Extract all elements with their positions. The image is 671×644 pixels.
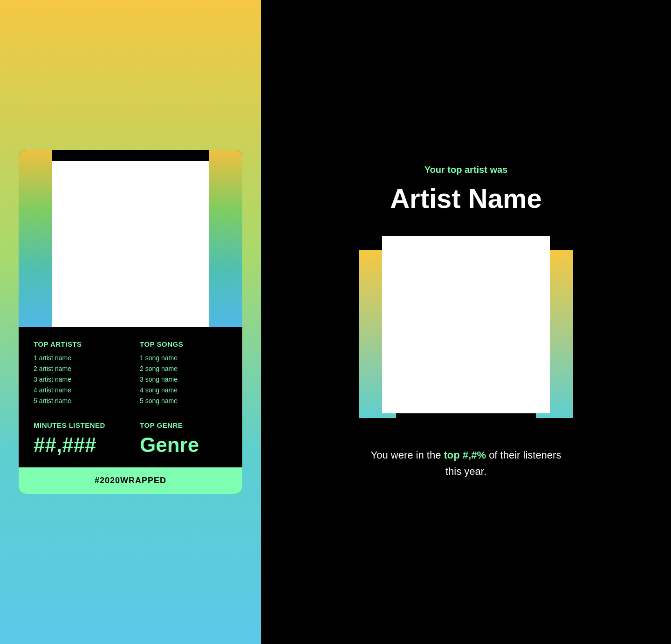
card-footer: #2020WRAPPED	[19, 467, 242, 494]
top-songs-col: TOP SONGS 1 song name 2 song name 3 song…	[140, 340, 227, 406]
right-artist-image	[382, 236, 550, 413]
listener-highlight: top #,#%	[444, 449, 486, 461]
minutes-value: ##,###	[34, 434, 121, 456]
song-item-1: 1 song name	[140, 353, 227, 363]
right-color-strip	[209, 150, 242, 327]
card-image-area	[19, 150, 242, 327]
listener-before: You were in the	[371, 449, 444, 461]
left-panel: TOP ARTISTS 1 artist name 2 artist name …	[0, 0, 261, 644]
song-item-2: 2 song name	[140, 363, 227, 374]
artist-item-2: 2 artist name	[34, 363, 121, 374]
top-artists-col: TOP ARTISTS 1 artist name 2 artist name …	[34, 340, 121, 406]
top-songs-title: TOP SONGS	[140, 340, 227, 348]
card-columns: TOP ARTISTS 1 artist name 2 artist name …	[34, 340, 227, 406]
song-item-3: 3 song name	[140, 374, 227, 385]
artist-item-3: 3 artist name	[34, 374, 121, 385]
song-item-4: 4 song name	[140, 385, 227, 396]
artist-item-4: 4 artist name	[34, 385, 121, 396]
right-panel: Your top artist was Artist Name You were…	[261, 0, 671, 644]
song-item-5: 5 song name	[140, 396, 227, 406]
minutes-label: MINUTES LISTENED	[34, 421, 121, 429]
right-image-area	[373, 236, 559, 423]
listener-text: You were in the top #,#% of their listen…	[371, 447, 561, 480]
card-content: TOP ARTISTS 1 artist name 2 artist name …	[19, 327, 242, 468]
hashtag-text: #2020WRAPPED	[95, 476, 166, 485]
artist-item-5: 5 artist name	[34, 396, 121, 406]
top-artist-label: Your top artist was	[425, 164, 508, 175]
top-artist-name: Artist Name	[390, 183, 542, 214]
right-content: Your top artist was Artist Name You were…	[261, 164, 671, 480]
genre-label: TOP GENRE	[140, 421, 227, 429]
genre-value: Genre	[140, 434, 227, 456]
stats-row: MINUTES LISTENED ##,### TOP GENRE Genre	[34, 421, 227, 456]
artist-item-1: 1 artist name	[34, 353, 121, 363]
wrapped-card: TOP ARTISTS 1 artist name 2 artist name …	[19, 150, 242, 494]
card-album-image	[52, 161, 209, 327]
left-color-strip	[19, 150, 52, 327]
minutes-stat: MINUTES LISTENED ##,###	[34, 421, 121, 456]
top-artists-title: TOP ARTISTS	[34, 340, 121, 348]
genre-stat: TOP GENRE Genre	[140, 421, 227, 456]
